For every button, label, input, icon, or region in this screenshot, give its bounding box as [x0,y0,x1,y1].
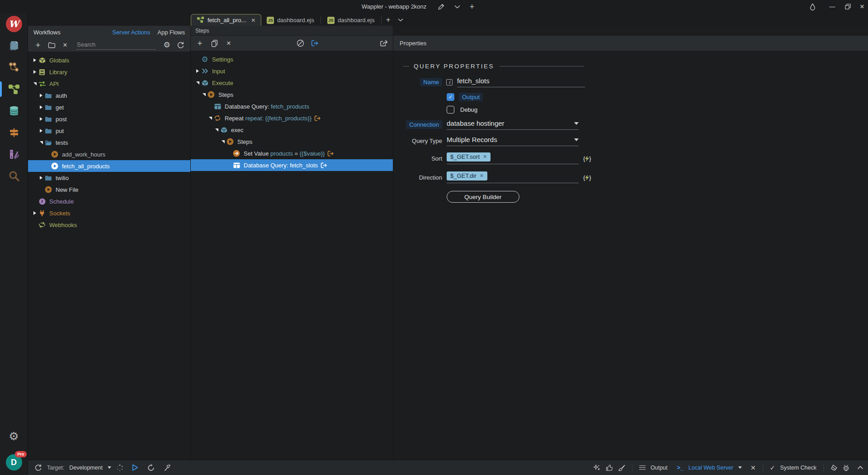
copy-icon[interactable] [209,38,220,48]
new-tab-button[interactable]: + [382,14,394,26]
target-value[interactable]: Development [69,465,103,471]
dynamic-binding-icon[interactable]: {} [583,174,591,181]
theme-droplet-icon[interactable] [807,3,817,11]
delete-x-icon[interactable]: ✕ [60,40,71,50]
options-gear-icon[interactable]: ⚙ [161,40,172,50]
output-checkbox[interactable]: ✓ [447,93,454,101]
tree-item[interactable]: API [28,78,190,90]
remove-chip-icon[interactable]: ✕ [480,173,484,179]
terminal-caret-icon[interactable] [738,466,742,469]
feedback-thumbs-up-icon[interactable] [606,464,613,471]
tree-item[interactable]: Globals [28,54,190,66]
dynamic-binding-icon[interactable]: {} [583,155,591,162]
query-type-select[interactable]: Multiple Records [447,136,579,146]
expanded-arrow-icon[interactable] [201,93,207,96]
collapsed-arrow-icon[interactable] [38,117,44,121]
rename-pencil-icon[interactable] [436,3,446,11]
disable-step-icon[interactable] [295,38,306,48]
tree-item[interactable]: tests [28,137,190,148]
app-connect-icon[interactable] [0,57,28,78]
system-check-label[interactable]: System Check [780,465,816,471]
tree-item[interactable]: exec [191,124,393,136]
info-icon[interactable]: i [446,79,453,86]
tree-item[interactable]: post [28,113,190,125]
tree-item[interactable]: put [28,125,190,137]
wappler-logo[interactable]: W [0,13,28,35]
expanded-arrow-icon[interactable] [207,117,213,120]
remove-chip-icon[interactable]: ✕ [483,154,487,160]
name-value[interactable]: fetch_slots [457,77,490,85]
styles-icon[interactable] [0,143,28,165]
ai-sparkles-icon[interactable] [593,464,601,471]
output-menu-icon[interactable] [639,464,646,471]
user-avatar[interactable]: D Pro [6,454,22,470]
collapsed-arrow-icon[interactable] [38,94,44,97]
tree-item[interactable]: Database Query: fetch_products [191,100,393,112]
direction-field[interactable]: $_GET.dir ✕ [447,171,579,183]
expanded-arrow-icon[interactable] [194,81,201,85]
close-terminal-x-icon[interactable]: ✕ [750,464,756,471]
tree-item[interactable]: New File [28,184,190,195]
collapsed-arrow-icon[interactable] [38,176,44,180]
tree-item[interactable]: Repeat repeat: {{fetch_products}} [191,112,393,124]
refresh-icon[interactable] [175,40,186,50]
tree-item[interactable]: fetch_all_products [28,160,190,172]
nav-server-actions[interactable]: Server Actions [112,29,150,36]
share-export-icon[interactable] [378,38,389,48]
editor-tab[interactable]: fetch_all_pro...✕ [191,14,261,26]
direction-chip[interactable]: $_GET.dir ✕ [447,171,487,180]
expanded-arrow-icon[interactable] [213,128,220,132]
editor-tab[interactable]: JSdashboard.ejs [322,14,380,26]
tree-item[interactable]: twilio [28,172,190,184]
tree-item[interactable]: Execute [191,77,393,89]
tree-item[interactable]: auth [28,90,190,101]
cleanup-brush-icon[interactable] [618,464,625,471]
tree-item[interactable]: Steps [191,89,393,100]
tree-item[interactable]: Database Query: fetch_slots [191,159,393,171]
collapsed-arrow-icon[interactable] [32,70,38,74]
tree-item[interactable]: Steps [191,136,393,147]
collapsed-arrow-icon[interactable] [194,69,201,73]
database-icon[interactable] [0,100,28,122]
tree-item[interactable]: add_work_hours [28,148,190,160]
delete-step-x-icon[interactable]: ✕ [223,38,234,48]
collapsed-arrow-icon[interactable] [32,58,38,62]
workflows-icon[interactable] [0,78,28,100]
tree-item[interactable]: Schedule [28,195,190,207]
minimize-button[interactable]: — [825,0,840,13]
editor-tab[interactable]: JSdashboard.ejs [261,14,320,26]
close-button[interactable]: ✕ [854,0,868,13]
project-chevron-down-icon[interactable] [452,3,462,11]
debug-bug-icon[interactable] [843,464,849,471]
query-builder-button[interactable]: Query Builder [447,191,519,203]
search-input[interactable] [76,40,156,50]
tree-item[interactable]: ⚙Settings [191,53,393,65]
add-button[interactable]: + [33,40,43,50]
collapsed-arrow-icon[interactable] [32,211,38,215]
pages-icon[interactable] [0,35,28,57]
tab-list-chevron-icon[interactable] [394,14,407,26]
eraser-icon[interactable] [830,464,838,471]
tree-item[interactable]: Input [191,65,393,77]
output-label[interactable]: Output [651,465,668,471]
tab-close-icon[interactable]: ✕ [251,17,255,24]
search-icon[interactable] [0,165,28,187]
reload-icon[interactable] [147,464,155,471]
routes-icon[interactable] [0,122,28,143]
expanded-arrow-icon[interactable] [220,140,226,143]
nav-app-flows[interactable]: App Flows [157,29,185,36]
tree-item[interactable]: get [28,101,190,113]
connection-select[interactable]: database hostinger [447,119,579,130]
restore-button[interactable] [840,0,855,13]
tree-item[interactable]: Webhooks [28,219,190,231]
expanded-arrow-icon[interactable] [32,82,38,86]
run-play-icon[interactable] [131,464,139,471]
new-folder-icon[interactable] [46,40,57,50]
sort-field[interactable]: $_GET.sort ✕ [447,152,579,164]
debug-checkbox[interactable] [447,106,454,114]
collapsed-arrow-icon[interactable] [38,129,44,133]
new-project-plus-icon[interactable]: + [467,3,477,11]
settings-gear-icon[interactable]: ⚙ [0,425,28,447]
target-caret-icon[interactable] [108,466,111,469]
tree-item[interactable]: Sockets [28,207,190,219]
